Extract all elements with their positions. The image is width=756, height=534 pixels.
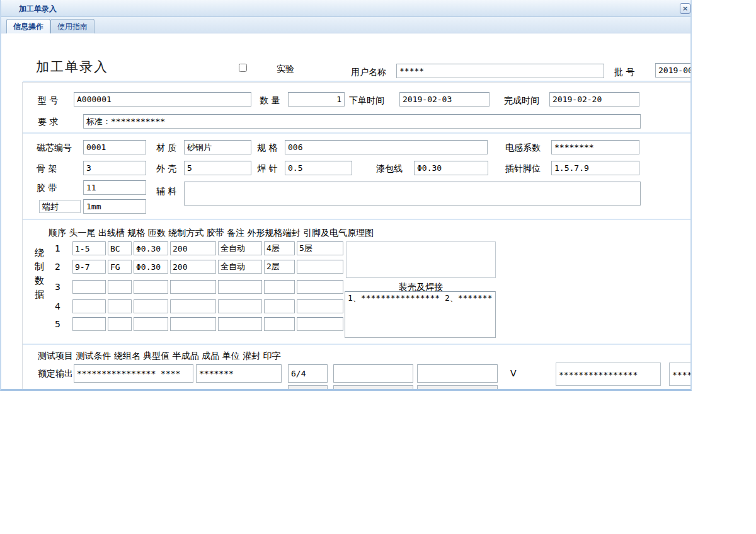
section-divider [23, 81, 692, 82]
winding-row-number: 3 [52, 282, 60, 292]
test-finished-product-input[interactable] [417, 364, 498, 383]
spec-input[interactable] [285, 140, 488, 154]
test-condition-input[interactable] [74, 364, 193, 383]
winding-spec-input[interactable] [134, 299, 168, 313]
model-input[interactable] [74, 92, 251, 107]
winding-remark-input[interactable] [297, 317, 343, 331]
winding-start-end-input[interactable] [72, 280, 106, 294]
winding-spec-input[interactable] [134, 260, 168, 274]
winding-row-number: 4 [52, 301, 60, 311]
close-icon[interactable]: × [680, 3, 690, 14]
solder-pin-input[interactable] [285, 161, 352, 175]
experiment-checkbox[interactable] [239, 64, 247, 72]
end-seal-input[interactable] [83, 199, 146, 214]
test-semi-product-input[interactable] [333, 364, 413, 383]
winding-slot-input[interactable] [108, 317, 132, 331]
assembly-welding-textarea[interactable]: 1、**************** 2、******* [345, 291, 496, 338]
winding-slot-input[interactable] [108, 280, 132, 294]
winding-slot-input[interactable] [108, 260, 132, 274]
winding-row-number: 2 [52, 262, 60, 272]
model-label: 型 号 [38, 95, 58, 107]
winding-slot-input[interactable] [108, 241, 132, 255]
winding-method-input[interactable] [218, 241, 262, 255]
bobbin-label: 骨 架 [37, 163, 57, 175]
test-row2-input[interactable] [417, 385, 498, 391]
winding-row-number: 5 [52, 319, 60, 329]
pin-position-input[interactable] [551, 161, 639, 175]
pin-diagram-box[interactable] [346, 241, 496, 278]
winding-remark-input[interactable] [297, 241, 343, 255]
winding-tape-input[interactable] [264, 280, 295, 294]
tape-label: 胶 带 [37, 183, 57, 194]
winding-start-end-input[interactable] [72, 317, 106, 331]
test-printing-input[interactable] [669, 363, 692, 386]
shell-label: 外 壳 [156, 163, 176, 175]
requirement-label: 要 求 [38, 117, 58, 128]
winding-spec-input[interactable] [134, 317, 168, 331]
tab-info-operation[interactable]: 信息操作 [6, 19, 50, 33]
winding-turns-input[interactable] [170, 241, 216, 255]
winding-start-end-input[interactable] [72, 241, 106, 255]
finish-date-input[interactable] [549, 92, 639, 107]
winding-side-label: 绕制数据 [34, 246, 45, 301]
aux-material-label: 辅 料 [156, 186, 176, 197]
window-titlebar[interactable]: 加工单录入 × [1, 0, 690, 17]
winding-row: 5 [52, 317, 354, 332]
winding-remark-input[interactable] [297, 280, 343, 294]
winding-turns-input[interactable] [170, 299, 216, 313]
experiment-label: 实验 [277, 64, 294, 75]
winding-spec-input[interactable] [134, 241, 168, 255]
winding-slot-input[interactable] [108, 299, 132, 313]
winding-spec-input[interactable] [134, 280, 168, 294]
aux-material-textarea[interactable] [184, 182, 641, 206]
inductance-label: 电感系数 [505, 142, 541, 154]
window-title: 加工单录入 [19, 4, 57, 15]
winding-turns-input[interactable] [170, 260, 216, 274]
winding-turns-input[interactable] [170, 317, 216, 331]
winding-row: 3 [52, 280, 354, 294]
batch-input[interactable] [655, 63, 692, 78]
username-input[interactable] [396, 64, 604, 78]
test-winding-name-input[interactable] [196, 364, 282, 383]
test-row2-input[interactable] [333, 385, 413, 391]
spec-label: 规 格 [257, 142, 277, 154]
order-date-input[interactable] [399, 92, 490, 107]
winding-row-number: 1 [52, 243, 60, 253]
winding-method-input[interactable] [218, 299, 262, 313]
material-input[interactable] [184, 140, 251, 154]
page-title: 加工单录入 [36, 58, 108, 76]
test-columns-header: 测试项目 测试条件 绕组名 典型值 半成品 成品 单位 灌封 印字 [38, 351, 281, 362]
winding-start-end-input[interactable] [72, 299, 106, 313]
tape-input[interactable] [83, 180, 146, 195]
winding-start-end-input[interactable] [72, 260, 106, 274]
winding-tape-input[interactable] [264, 260, 295, 274]
test-potting-input[interactable] [556, 363, 661, 386]
rated-output-label: 额定输出 [38, 368, 73, 380]
batch-label: 批 号 [614, 67, 634, 78]
winding-remark-input[interactable] [297, 260, 343, 274]
section-divider [23, 132, 692, 134]
winding-tape-input[interactable] [264, 241, 295, 255]
core-number-label: 磁芯编号 [37, 142, 72, 154]
test-row2-input[interactable] [288, 385, 328, 391]
winding-method-input[interactable] [218, 280, 262, 294]
winding-method-input[interactable] [218, 317, 262, 331]
winding-tape-input[interactable] [264, 317, 295, 331]
tab-bar: 信息操作 使用指南 [1, 17, 690, 33]
winding-remark-input[interactable] [297, 299, 343, 313]
tab-user-guide[interactable]: 使用指南 [50, 19, 94, 33]
bobbin-input[interactable] [83, 161, 146, 175]
enameled-wire-input[interactable] [414, 161, 488, 175]
quantity-input[interactable] [288, 92, 345, 107]
winding-method-input[interactable] [218, 260, 262, 274]
quantity-label: 数 量 [260, 95, 280, 107]
requirement-input[interactable] [83, 114, 641, 129]
winding-row: 4 [52, 299, 354, 314]
inductance-input[interactable] [551, 140, 639, 154]
winding-turns-input[interactable] [170, 280, 216, 294]
core-number-input[interactable] [83, 140, 146, 154]
section-divider [23, 344, 692, 345]
winding-tape-input[interactable] [264, 299, 295, 313]
shell-input[interactable] [184, 161, 251, 175]
test-typical-value-input[interactable] [288, 364, 328, 383]
